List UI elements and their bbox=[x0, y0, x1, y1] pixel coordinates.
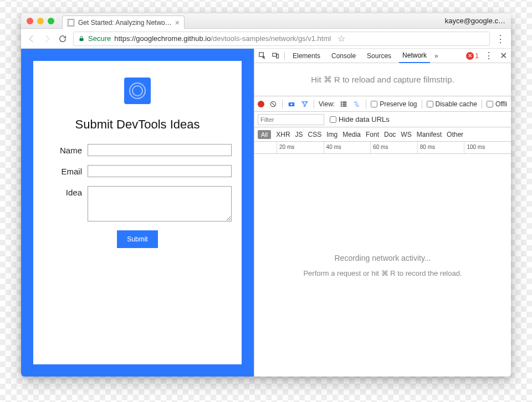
type-ws[interactable]: WS bbox=[401, 131, 411, 138]
type-doc[interactable]: Doc bbox=[384, 131, 396, 138]
back-button[interactable] bbox=[27, 34, 37, 44]
tab-network[interactable]: Network bbox=[399, 49, 430, 63]
svg-rect-11 bbox=[341, 105, 342, 106]
type-media[interactable]: Media bbox=[342, 131, 361, 138]
screenshot-icon[interactable] bbox=[287, 100, 296, 109]
request-type-filter: All XHR JS CSS Img Media Font Doc WS Man… bbox=[254, 127, 511, 142]
email-input[interactable] bbox=[88, 165, 232, 177]
bookmark-star-icon[interactable]: ☆ bbox=[337, 33, 345, 44]
svg-rect-8 bbox=[342, 101, 346, 102]
inspect-element-icon[interactable] bbox=[258, 51, 267, 60]
traffic-lights bbox=[27, 18, 54, 24]
hide-data-urls-checkbox[interactable]: Hide data URLs bbox=[330, 115, 390, 123]
url-text: https://googlechrome.github.io/devtools-… bbox=[114, 34, 331, 43]
submit-button[interactable]: Submit bbox=[117, 230, 157, 248]
recording-hint: Perform a request or hit ⌘ R to record t… bbox=[303, 269, 462, 277]
device-toolbar-icon[interactable] bbox=[271, 51, 280, 60]
tab-strip: Get Started: Analyzing Netwo… × bbox=[62, 13, 185, 28]
tab-elements[interactable]: Elements bbox=[289, 49, 324, 63]
error-indicator[interactable]: ✕ 1 bbox=[466, 52, 479, 60]
view-label: View: bbox=[319, 100, 335, 108]
email-label: Email bbox=[43, 165, 88, 176]
type-css[interactable]: CSS bbox=[308, 131, 322, 138]
devtools-close-button[interactable]: ✕ bbox=[499, 51, 508, 60]
idea-form: Name Email Idea Submit bbox=[43, 144, 232, 248]
name-label: Name bbox=[43, 144, 88, 155]
filter-input[interactable] bbox=[258, 114, 324, 125]
filter-toggle-icon[interactable] bbox=[300, 100, 309, 109]
svg-rect-0 bbox=[80, 38, 84, 41]
filter-row: Hide data URLs bbox=[254, 112, 511, 127]
devtools-panel: Elements Console Sources Network » ✕ 1 ⋮… bbox=[254, 49, 511, 377]
preserve-log-checkbox[interactable]: Preserve log bbox=[371, 100, 417, 108]
profile-label[interactable]: kayce@google.c… bbox=[445, 17, 505, 25]
browser-window: Get Started: Analyzing Netwo… × kayce@go… bbox=[21, 13, 511, 377]
zoom-window-button[interactable] bbox=[48, 18, 54, 24]
type-other[interactable]: Other bbox=[447, 131, 463, 138]
devtools-menu-button[interactable]: ⋮ bbox=[484, 51, 493, 60]
recording-message: Recording network activity... bbox=[334, 254, 431, 262]
page-title: Submit DevTools Ideas bbox=[75, 117, 200, 132]
type-xhr[interactable]: XHR bbox=[276, 131, 290, 138]
network-toolbar: View: Preserve log Disable cache Offli bbox=[254, 96, 511, 112]
toolbar: Secure https://googlechrome.github.io/de… bbox=[21, 29, 511, 49]
file-icon bbox=[67, 19, 75, 27]
record-button[interactable] bbox=[258, 101, 264, 107]
svg-rect-3 bbox=[276, 54, 278, 58]
svg-rect-9 bbox=[341, 103, 342, 104]
svg-point-6 bbox=[290, 103, 293, 105]
reload-button[interactable] bbox=[58, 34, 68, 44]
name-input[interactable] bbox=[88, 144, 232, 156]
content-split: Submit DevTools Ideas Name Email Idea bbox=[21, 49, 511, 377]
type-js[interactable]: JS bbox=[295, 131, 303, 138]
browser-tab[interactable]: Get Started: Analyzing Netwo… × bbox=[62, 16, 185, 29]
large-rows-icon[interactable] bbox=[339, 100, 348, 109]
error-count: 1 bbox=[475, 52, 479, 60]
offline-checkbox[interactable]: Offli bbox=[487, 100, 507, 108]
error-icon: ✕ bbox=[466, 52, 474, 60]
svg-rect-7 bbox=[341, 101, 342, 102]
forward-button[interactable] bbox=[42, 34, 52, 44]
devtools-tab-bar: Elements Console Sources Network » ✕ 1 ⋮… bbox=[254, 49, 511, 63]
address-bar[interactable]: Secure https://googlechrome.github.io/de… bbox=[73, 32, 490, 46]
svg-rect-12 bbox=[342, 105, 346, 106]
tab-title: Get Started: Analyzing Netwo… bbox=[78, 19, 172, 27]
page-viewport: Submit DevTools Ideas Name Email Idea bbox=[21, 49, 254, 377]
more-tabs-button[interactable]: » bbox=[434, 52, 438, 60]
type-img[interactable]: Img bbox=[326, 131, 337, 138]
close-tab-button[interactable]: × bbox=[175, 19, 180, 27]
tab-sources[interactable]: Sources bbox=[364, 49, 395, 63]
idea-textarea[interactable] bbox=[88, 186, 232, 221]
svg-rect-10 bbox=[342, 103, 346, 104]
type-all[interactable]: All bbox=[258, 130, 271, 139]
idea-label: Idea bbox=[43, 186, 88, 197]
page-card: Submit DevTools Ideas Name Email Idea bbox=[33, 61, 242, 364]
window-titlebar: Get Started: Analyzing Netwo… × kayce@go… bbox=[21, 13, 511, 29]
filmstrip-hint: Hit ⌘ R to reload and capture filmstrip. bbox=[254, 63, 511, 96]
devtools-logo-icon bbox=[124, 78, 151, 104]
tab-console[interactable]: Console bbox=[328, 49, 359, 63]
timeline-ruler[interactable]: 20 ms 40 ms 60 ms 80 ms 100 ms bbox=[254, 142, 511, 154]
minimize-window-button[interactable] bbox=[37, 18, 44, 24]
lock-icon bbox=[78, 35, 85, 42]
close-window-button[interactable] bbox=[27, 18, 33, 24]
disable-cache-checkbox[interactable]: Disable cache bbox=[427, 100, 477, 108]
type-font[interactable]: Font bbox=[366, 131, 379, 138]
secure-label: Secure bbox=[88, 34, 111, 43]
clear-button[interactable] bbox=[269, 100, 278, 109]
network-empty-state: Recording network activity... Perform a … bbox=[254, 154, 511, 377]
waterfall-view-icon[interactable] bbox=[352, 100, 361, 109]
browser-menu-button[interactable]: ⋮ bbox=[495, 33, 505, 45]
type-manifest[interactable]: Manifest bbox=[417, 131, 442, 138]
